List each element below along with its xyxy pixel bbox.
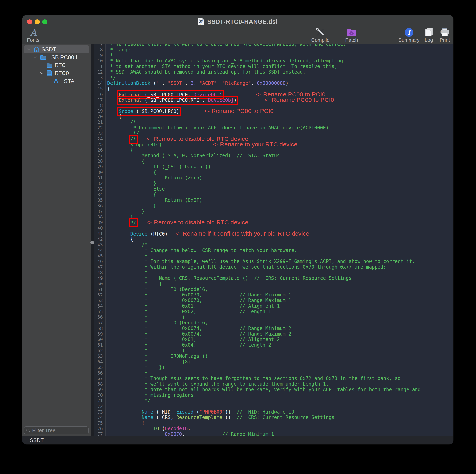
line-number: 66 [94,370,105,376]
code-token: * 0x01, // Alignment 1 [107,303,280,309]
tree-item-rtc[interactable]: RTC [24,61,89,69]
code-token: (_SB_.PC00.LPC0.RTC_, [142,98,208,103]
line-number: 73 [94,409,105,415]
code-token [136,220,142,226]
code-token: /* [130,136,136,142]
code-token: * [107,52,113,58]
statusbar: SSDT [22,436,453,444]
code-token: } [107,181,156,186]
code-line-68: 68 * we'll want to expand the range to i… [94,381,453,387]
code-line-65: 65 * }) [94,365,453,370]
code-token: , [185,80,191,86]
document-icon: DSL [198,18,204,26]
minimize-button[interactable] [35,19,40,24]
code-token [107,409,142,415]
search-icon [26,428,30,433]
filter-tree-input[interactable] [32,427,86,434]
code-line-76: 76 IO (Decode16, [94,426,453,431]
line-number: 7 [94,44,105,47]
summary-button[interactable]: i Summary [393,27,425,43]
filter-tree-field[interactable] [24,426,88,434]
patch-label: Patch [345,37,358,43]
code-line-19: 19 Scope (_SB.PC00.LPC0) <- Rename PC00 … [94,108,453,114]
code-token: , [162,80,168,86]
line-number: 23 [94,131,105,136]
code-token: * [107,253,147,259]
line-number: 21 [94,119,105,125]
print-button[interactable]: Print [436,27,453,43]
line-number: 60 [94,337,105,342]
code-token: , [217,80,222,86]
code-token: IO [153,426,159,431]
chevron-down-icon[interactable] [40,71,47,75]
code-token: * to set another _STA method in your RTC… [107,64,337,69]
code-token: */ [107,75,116,80]
code-line-77: 77 0x0070, // Range Minimum 1 [94,431,453,436]
line-number: 63 [94,354,105,359]
code-line-14: 14DefinitionBlock ("", "SSDT", 2, "ACDT"… [94,80,453,86]
compile-button[interactable]: Compile [305,27,336,43]
code-line-7: 7 * To resolve this, we'll want to creat… [94,44,453,47]
line-number: 14 [94,80,105,86]
code-token: * 0x0070, // Range Minimum 1 [107,292,291,298]
close-button[interactable] [27,19,32,24]
sidebar-splitter[interactable] [91,44,94,436]
code-token: * 0x04, // Length 2 [107,342,271,348]
line-number: 59 [94,331,105,337]
code-token: // Range Minimum 1 [222,431,274,436]
code-line-12: 12 * SSDT-AWAC should be removed and ins… [94,69,453,75]
code-token: * 0x0074, // Range Maximum 2 [107,331,291,337]
code-line-52: 52 * 0x0070, // Range Minimum 1 [94,292,453,298]
line-number: 64 [94,359,105,365]
code-line-58: 58 * 0x0074, // Range Minimum 2 [94,325,453,331]
code-token: * IRQNoFlags () [107,354,208,359]
tree-item-ssdt[interactable]: SSDT [24,45,89,53]
line-number: 11 [94,64,105,69]
line-number: 17 [94,97,105,103]
line-number: 68 [94,381,105,387]
tree-item-sta[interactable]: _STA [24,77,89,85]
code-token: * we'll want to expand the range to incl… [107,381,329,387]
line-number: 28 [94,158,105,164]
code-token: "ACDT" [199,80,217,86]
code-editor[interactable]: 7 * To resolve this, we'll want to creat… [94,44,453,436]
line-number: 61 [94,342,105,348]
tree-item-sbpc00l[interactable]: _SB.PC00.L... [24,53,89,61]
line-number: 43 [94,242,105,248]
code-token: * Change the below _CSR range to match y… [107,248,297,253]
code-token: * range. [107,47,133,52]
chevron-down-icon[interactable] [27,47,34,51]
code-token: ) [286,80,288,86]
log-button[interactable]: Log [421,27,437,43]
fonts-button[interactable]: A Fonts [24,27,42,43]
code-token: * Name (_CRS, ResourceTemplate () // _CR… [107,275,352,281]
code-line-37: 37 } [94,208,453,214]
annotation-box: /* [130,136,136,142]
folder-icon [47,63,54,68]
code-line-44: 44 * Change the below _CSR range to matc… [94,248,453,253]
code-token: (_SB_.PC00.LPC0, [142,92,193,98]
line-number: 47 [94,264,105,270]
splitter-handle-dot[interactable] [90,241,94,244]
tree-item-label: SSDT [41,46,56,52]
code-line-54: 54 * 0x01, // Alignment 1 [94,303,453,309]
summary-label: Summary [398,37,420,43]
patch-button[interactable]: Patch [340,27,364,43]
tree-item-rtc0[interactable]: RTC0 [24,69,89,77]
code-token: ( [193,409,199,415]
zoom-button[interactable] [42,19,47,24]
line-number: 57 [94,320,105,325]
annotation-text: <- Remove to disable old RTC device [146,219,248,226]
annotation-text: <- Rename PC00 to PCI0 [264,97,334,103]
code-line-39: 39 */ <- Remove to disable old RTC devic… [94,220,453,225]
code-token: * ) [107,348,185,354]
code-line-21: 21 /* [94,119,453,125]
chevron-down-icon[interactable] [34,55,40,59]
code-line-63: 63 * IRQNoFlags () [94,354,453,359]
summary-icon: i [404,27,413,37]
line-number: 54 [94,303,105,309]
code-line-42: 42 { [94,237,453,242]
svg-text:DSL: DSL [200,23,203,25]
line-number: 29 [94,164,105,169]
code-token: 0x0070 [165,431,182,436]
